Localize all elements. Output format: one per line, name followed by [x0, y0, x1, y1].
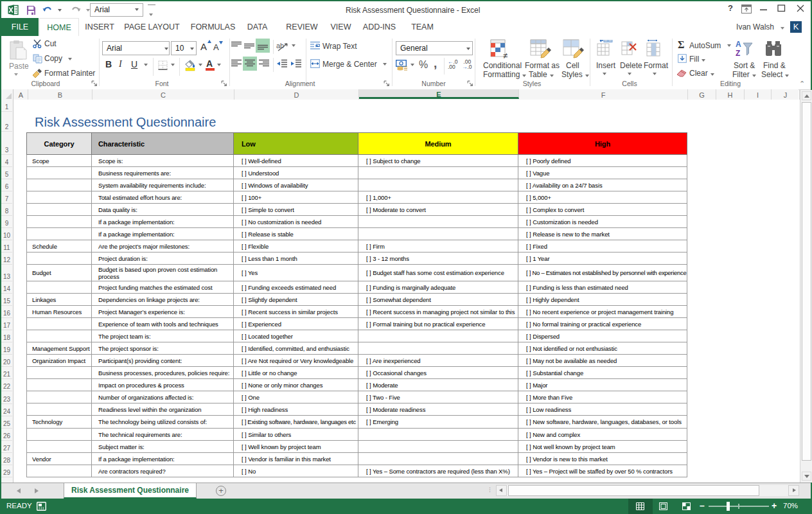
svg-text:A: A [736, 40, 741, 49]
svg-text:ab: ab [276, 42, 284, 49]
svg-text:≠: ≠ [503, 51, 508, 60]
svg-text:Z: Z [736, 49, 740, 58]
